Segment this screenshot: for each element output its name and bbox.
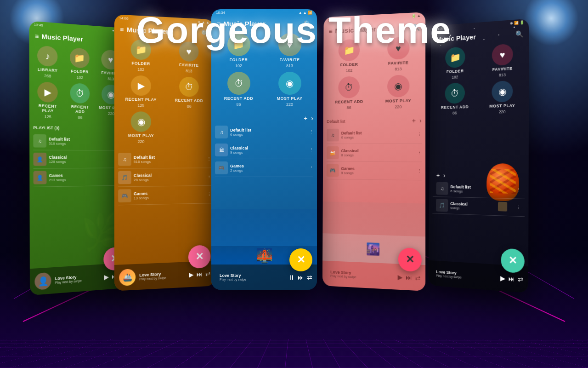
playlist-row-default-dark[interactable]: ♫ Default list 6 songs ⋮ bbox=[433, 180, 525, 199]
next-playlist-button-pink[interactable]: › bbox=[419, 117, 422, 124]
playlist-name-games-blue: Games bbox=[230, 164, 244, 168]
more-icon-classical-orange[interactable]: ⋮ bbox=[207, 174, 211, 179]
playlist-row-default-blue[interactable]: ♫ Default list 6 songs ⋮ bbox=[215, 123, 313, 141]
most-play-label-dark: MOST PLAY bbox=[489, 103, 515, 109]
folder-label-blue: FOLDER bbox=[230, 58, 248, 62]
playlist-area-pink: Default list + › ♫ Default list 6 songs … bbox=[323, 113, 425, 184]
folder-label-orange: FOLDER bbox=[132, 61, 150, 66]
more-icon-orange[interactable]: ⋮ bbox=[207, 157, 211, 161]
recent-add-item-blue[interactable]: ⏱ RECENT ADD 86 bbox=[215, 72, 262, 107]
playlist-name-default-dark: Default list bbox=[451, 184, 471, 190]
playlist-name-default: Default list bbox=[49, 137, 70, 142]
next-button-pink[interactable]: ⏭ bbox=[406, 273, 412, 281]
most-play-icon-pink: ◉ bbox=[387, 75, 409, 97]
add-playlist-button[interactable]: + bbox=[304, 115, 307, 122]
recent-add-count-blue: 86 bbox=[236, 102, 241, 107]
recent-add-item-pink[interactable]: ⏱ RECENT ADD 86 bbox=[327, 76, 372, 110]
more-icon-games-pink[interactable]: ⋮ bbox=[418, 169, 422, 173]
recent-add-count-orange: 86 bbox=[187, 104, 192, 109]
playlist-row-games-orange[interactable]: 🎮 Games 13 songs ⋮ bbox=[118, 186, 211, 206]
playlist-actions-pink: + › bbox=[412, 117, 422, 124]
shuffle-button-blue[interactable]: ⇄ bbox=[307, 274, 312, 281]
recent-play-count: 125 bbox=[45, 115, 51, 119]
recent-play-icon-orange: ▶ bbox=[131, 75, 151, 96]
playlist-icon-default-orange: ♫ bbox=[118, 153, 131, 166]
recent-play-icon: ▶ bbox=[38, 81, 58, 103]
add-playlist-button-dark[interactable]: + bbox=[436, 172, 440, 179]
next-button-orange[interactable]: ⏭ bbox=[197, 270, 203, 278]
default-list-label-pink: Default list bbox=[327, 119, 345, 124]
playback-controls-orange: ▶ ⏭ ⇄ bbox=[189, 270, 211, 278]
most-play-count-dark: 220 bbox=[498, 109, 505, 114]
play-button-pink[interactable]: ▶ bbox=[398, 273, 403, 281]
more-icon-pink[interactable]: ⋮ bbox=[418, 132, 422, 137]
shuffle-button-orange[interactable]: ⇄ bbox=[205, 270, 211, 277]
playlist-row-classical-blue[interactable]: 🏛 Classical 9 songs ⋮ bbox=[215, 141, 313, 159]
playlist-header-blue: + › bbox=[215, 113, 313, 123]
now-playing-thumb-orange: 🚢 bbox=[119, 269, 136, 286]
fab-close-blue[interactable]: ✕ bbox=[289, 248, 312, 271]
playlist-row-default-pink[interactable]: ♫ Default list 6 songs ⋮ bbox=[327, 126, 422, 144]
next-button-blue[interactable]: ⏭ bbox=[298, 274, 304, 281]
playlist-name-classical-blue: Classical bbox=[230, 146, 248, 150]
playlist-count-default-blue: 6 songs bbox=[230, 132, 251, 137]
next-playlist-button[interactable]: › bbox=[311, 115, 313, 122]
more-icon-games-orange[interactable]: ⋮ bbox=[207, 192, 211, 197]
most-play-count-pink: 220 bbox=[395, 104, 401, 109]
playlist-name-classical: Classical bbox=[49, 155, 67, 159]
icons-grid-green: ♪ LIBRARY 268 📁 FOLDER 102 ♥ FAVIRITE 81… bbox=[29, 41, 128, 125]
add-playlist-button-pink[interactable]: + bbox=[412, 117, 416, 124]
play-button-dark[interactable]: ▶ bbox=[500, 274, 505, 282]
playlist-count-classical-pink: 8 songs bbox=[341, 153, 359, 157]
playback-controls-dark: ▶ ⏭ ⇄ bbox=[500, 274, 523, 283]
playlist-row-default-orange[interactable]: ♫ Default list 516 songs ⋮ bbox=[118, 150, 211, 169]
most-play-item-blue[interactable]: ◉ MOST PLAY 220 bbox=[266, 72, 313, 107]
playlist-icon-classical-orange: 🎵 bbox=[118, 171, 131, 184]
playlist-row-classical-dark[interactable]: 🎵 Classical songs ⋮ bbox=[432, 197, 525, 217]
recent-play-item-orange[interactable]: ▶ RECENT PLAY 125 bbox=[118, 75, 164, 108]
playlist-count-classical-dark: songs bbox=[450, 206, 468, 210]
playlist-name-games-orange: Games bbox=[134, 191, 149, 196]
playlist-area-orange: ♫ Default list 516 songs ⋮ 🎵 Classical 2… bbox=[114, 148, 215, 208]
recent-play-item[interactable]: ▶ RECENT PLAY 125 bbox=[33, 81, 62, 120]
more-icon-dark[interactable]: ⋮ bbox=[517, 188, 521, 192]
playlist-row-default[interactable]: ♫ Default list 516 songs ⋮ bbox=[33, 132, 125, 151]
recent-add-label-blue: RECENT ADD bbox=[224, 96, 254, 101]
more-icon-classical-pink[interactable]: ⋮ bbox=[418, 150, 422, 155]
recent-add-icon-pink: ⏱ bbox=[339, 76, 360, 98]
playlist-row-games[interactable]: 👤 Games 213 songs ⋮ bbox=[34, 168, 125, 187]
playlist-row-classical[interactable]: 👤 Classical 128 songs ⋮ bbox=[33, 150, 125, 169]
playlist-row-games-blue[interactable]: 🎮 Games 2 songs ⋮ bbox=[215, 159, 313, 177]
more-icon-classical-blue[interactable]: ⋮ bbox=[309, 148, 313, 152]
most-play-item-orange[interactable]: ◉ MOST PLAY 220 bbox=[118, 111, 164, 144]
most-play-item-pink[interactable]: ◉ MOST PLAY 220 bbox=[375, 75, 422, 110]
now-playing-info-blue: Love Story Play next by swipe bbox=[216, 273, 285, 281]
play-button-orange[interactable]: ▶ bbox=[189, 270, 194, 278]
playlist-icon-games: 👤 bbox=[34, 171, 47, 184]
playlist-row-classical-orange[interactable]: 🎵 Classical 28 songs ⋮ bbox=[118, 168, 211, 187]
pause-button-blue[interactable]: ⏸ bbox=[288, 274, 295, 281]
folder-label: FOLDER bbox=[71, 69, 89, 75]
playlist-row-classical-pink[interactable]: 🍰 Classical 8 songs ⋮ bbox=[327, 144, 422, 162]
folder-label-pink: FOLDER bbox=[340, 62, 358, 67]
playlist-count-classical: 128 songs bbox=[49, 160, 67, 164]
more-icon-games-blue[interactable]: ⋮ bbox=[309, 166, 313, 170]
next-playlist-button-dark[interactable]: › bbox=[443, 172, 446, 179]
folder-count-orange: 102 bbox=[137, 67, 144, 72]
shuffle-button-dark[interactable]: ⇄ bbox=[518, 275, 524, 283]
now-playing-thumb: 👤 bbox=[34, 272, 51, 290]
recent-add-item-orange[interactable]: ⏱ RECENT ADD 86 bbox=[167, 76, 211, 109]
playlist-row-games-pink[interactable]: 🎮 Games 9 songs ⋮ bbox=[327, 162, 422, 181]
play-button[interactable]: ▶ bbox=[104, 273, 109, 281]
shuffle-button-pink[interactable]: ⇄ bbox=[415, 274, 420, 282]
next-button-dark[interactable]: ⏭ bbox=[508, 275, 514, 283]
more-icon-blue[interactable]: ⋮ bbox=[309, 130, 313, 134]
more-icon-classical-dark[interactable]: ⋮ bbox=[517, 205, 521, 210]
most-play-count: 220 bbox=[108, 111, 114, 116]
folder-item[interactable]: 📁 FOLDER 102 bbox=[66, 47, 94, 80]
recent-add-item[interactable]: ⏱ RECENT ADD 86 bbox=[66, 83, 94, 120]
favorite-label-orange: FAVIRITE bbox=[179, 63, 198, 68]
playlist-actions-dark: + › bbox=[436, 172, 446, 179]
library-label: LIBRARY bbox=[38, 67, 58, 73]
playlist-icon-classical-blue: 🏛 bbox=[215, 144, 228, 156]
